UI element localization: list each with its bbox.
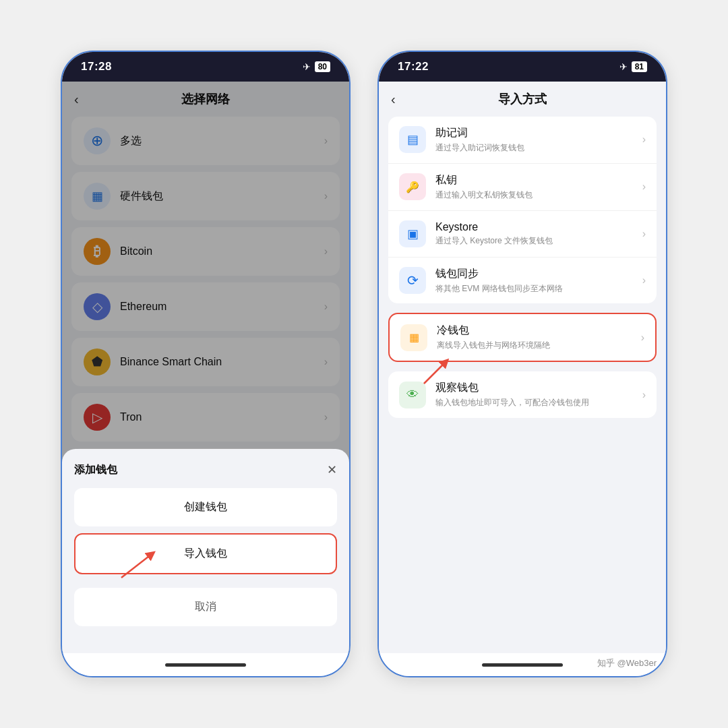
watermark: 知乎 @Web3er	[597, 657, 657, 669]
cold-desc: 离线导入钱包并与网络环境隔绝	[437, 340, 641, 351]
left-phone: 17:28 ✈ 80 ‹ 选择网络 ⊕ 多选 › ▦	[61, 51, 351, 677]
import-item-privatekey[interactable]: 🔑 私钥 通过输入明文私钥恢复钱包 ›	[388, 164, 657, 211]
import-list: ▤ 助记词 通过导入助记词恢复钱包 › 🔑 私钥 通过输入明文私钥恢复钱包 ›	[379, 117, 666, 653]
left-screen: ‹ 选择网络 ⊕ 多选 › ▦ 硬件钱包 ›	[62, 82, 349, 653]
right-home-bar	[482, 663, 563, 667]
walletsync-chevron: ›	[642, 274, 646, 286]
keystore-title: Keystore	[435, 221, 642, 233]
keystore-chevron: ›	[642, 228, 646, 240]
right-screen: ‹ 导入方式 ▤ 助记词 通过导入助记词恢复钱包 › 🔑 私钥	[379, 82, 666, 653]
left-time: 17:28	[81, 60, 112, 73]
bottom-sheet: 添加钱包 ✕ 创建钱包 导入钱包 取	[62, 449, 349, 653]
keystore-icon: ▣	[399, 220, 426, 247]
left-home-bar	[165, 663, 246, 667]
right-back-button[interactable]: ‹	[391, 92, 396, 107]
import-item-watch[interactable]: 👁 观察钱包 输入钱包地址即可导入，可配合冷钱包使用 ›	[388, 371, 657, 418]
keystore-desc: 通过导入 Keystore 文件恢复钱包	[435, 235, 642, 247]
walletsync-icon: ⟳	[399, 267, 426, 294]
import-item-mnemonic[interactable]: ▤ 助记词 通过导入助记词恢复钱包 ›	[388, 117, 657, 164]
privatekey-desc: 通过输入明文私钥恢复钱包	[435, 189, 642, 201]
sheet-header: 添加钱包 ✕	[74, 462, 337, 477]
watch-title: 观察钱包	[435, 381, 642, 395]
mnemonic-chevron: ›	[642, 133, 646, 146]
watch-desc: 输入钱包地址即可导入，可配合冷钱包使用	[435, 397, 642, 408]
mnemonic-title: 助记词	[435, 126, 642, 140]
cold-title: 冷钱包	[437, 324, 641, 338]
cancel-button[interactable]: 取消	[74, 588, 337, 626]
cold-chevron: ›	[641, 332, 644, 344]
privatekey-icon: 🔑	[399, 173, 426, 200]
watch-wallet-group: 👁 观察钱包 输入钱包地址即可导入，可配合冷钱包使用 ›	[388, 371, 657, 418]
import-wallet-button[interactable]: 导入钱包	[74, 533, 337, 574]
mnemonic-desc: 通过导入助记词恢复钱包	[435, 142, 642, 154]
walletsync-title: 钱包同步	[435, 267, 642, 281]
cold-icon: ▦	[400, 324, 427, 351]
left-arrow-annotation	[115, 547, 169, 581]
import-item-keystore[interactable]: ▣ Keystore 通过导入 Keystore 文件恢复钱包 ›	[388, 211, 657, 257]
right-status-bar: 17:22 ✈ 81	[379, 52, 666, 82]
right-nav-title: 导入方式	[498, 91, 547, 107]
left-airplane-icon: ✈	[303, 61, 311, 72]
sheet-close-button[interactable]: ✕	[327, 462, 337, 477]
right-airplane-icon: ✈	[619, 61, 628, 72]
right-time: 17:22	[398, 60, 429, 73]
privatekey-chevron: ›	[642, 181, 646, 193]
privatekey-title: 私钥	[435, 173, 642, 187]
right-status-icons: ✈ 81	[619, 61, 647, 72]
right-phone: 17:22 ✈ 81 ‹ 导入方式 ▤ 助记词 通过导入助记词恢复钱包 ›	[377, 51, 667, 677]
left-overlay: 添加钱包 ✕ 创建钱包 导入钱包 取	[62, 82, 349, 653]
right-battery: 81	[632, 61, 647, 72]
sheet-title: 添加钱包	[74, 463, 117, 477]
import-item-cold[interactable]: ▦ 冷钱包 离线导入钱包并与网络环境隔绝 ›	[390, 314, 655, 361]
watch-chevron: ›	[642, 389, 646, 401]
left-home-indicator	[62, 653, 349, 676]
watch-icon: 👁	[399, 382, 426, 408]
left-status-bar: 17:28 ✈ 80	[62, 52, 349, 82]
walletsync-desc: 将其他 EVM 网络钱包同步至本网络	[435, 283, 642, 295]
right-nav-bar: ‹ 导入方式	[379, 82, 666, 117]
left-status-icons: ✈ 80	[303, 61, 330, 72]
import-group-1: ▤ 助记词 通过导入助记词恢复钱包 › 🔑 私钥 通过输入明文私钥恢复钱包 ›	[388, 117, 657, 303]
import-item-walletsync[interactable]: ⟳ 钱包同步 将其他 EVM 网络钱包同步至本网络 ›	[388, 257, 657, 304]
left-battery: 80	[315, 61, 330, 72]
create-wallet-button[interactable]: 创建钱包	[74, 488, 337, 526]
mnemonic-icon: ▤	[399, 126, 426, 153]
